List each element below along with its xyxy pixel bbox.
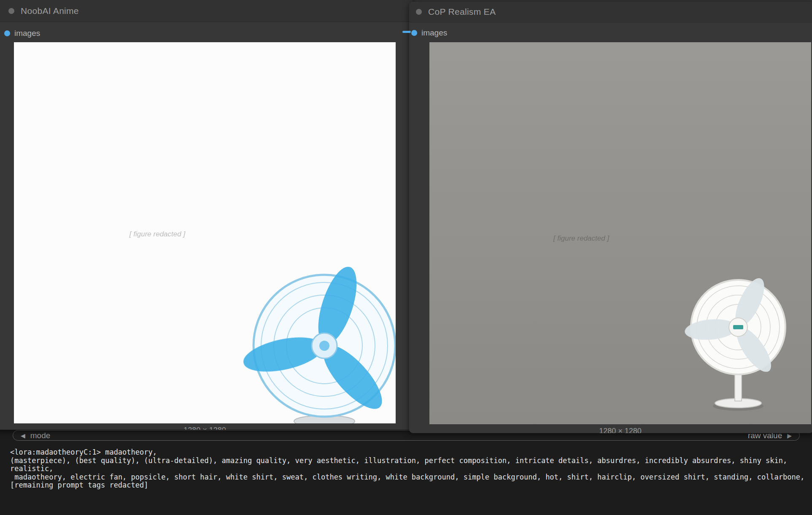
redaction-note: [ figure redacted ] xyxy=(129,230,186,238)
image-dimensions-caption: 1280 × 1280 xyxy=(429,427,811,433)
generated-image-redacted[interactable]: [ figure redacted ] xyxy=(14,42,396,423)
generated-image-redacted[interactable]: [ figure redacted ] xyxy=(429,42,811,424)
image-placeholder-canvas: [ figure redacted ] xyxy=(429,42,811,424)
images-port-row: images xyxy=(411,28,812,38)
node-link-wire xyxy=(402,31,411,33)
node-title: CoP Realism EA xyxy=(428,7,496,17)
images-port-label: images xyxy=(421,28,447,38)
redaction-note: [ figure redacted ] xyxy=(553,234,610,242)
node-panel-noobai-anime[interactable]: NoobAI Anime images xyxy=(0,0,413,430)
node-header[interactable]: NoobAI Anime xyxy=(0,0,413,22)
prompt-text-display[interactable]: <lora:madaotheoryC:1> madaotheory, (mast… xyxy=(10,448,806,512)
image-placeholder-canvas: [ figure redacted ] xyxy=(14,42,396,423)
node-header[interactable]: CoP Realism EA xyxy=(409,2,812,22)
image-dimensions-caption: 1280 × 1280 xyxy=(14,426,396,430)
combo-widget-name: mode xyxy=(30,431,51,440)
node-panel-cop-realism-ea[interactable]: CoP Realism EA images xyxy=(409,2,812,433)
combo-left-arrow-icon[interactable]: ◀ xyxy=(21,432,25,439)
node-title: NoobAI Anime xyxy=(21,6,79,16)
collapse-dot-icon[interactable] xyxy=(416,9,422,15)
images-port-row: images xyxy=(4,29,413,38)
images-input-port-icon[interactable] xyxy=(4,30,10,36)
collapse-dot-icon[interactable] xyxy=(8,8,14,14)
images-port-label: images xyxy=(14,29,40,38)
images-input-port-icon[interactable] xyxy=(411,30,417,36)
